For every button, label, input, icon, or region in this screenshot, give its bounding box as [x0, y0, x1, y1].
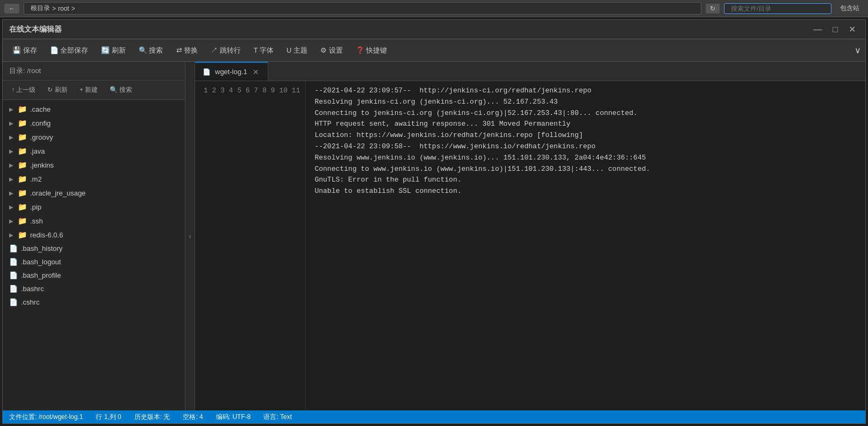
sidebar: 目录: /root ↑ 上一级 ↻ 刷新 + 新建 🔍 搜索 ▶ 📁 .cach… [3, 62, 185, 410]
sidebar-file-item[interactable]: 📄 .bash_history [3, 242, 185, 255]
status-filepath: 文件位置: /root/wget-log.1 [9, 413, 83, 422]
goto-button[interactable]: ↗ 跳转行 [205, 44, 246, 57]
toolbar: 💾 保存 📄 全部保存 🔄 刷新 🔍 搜索 ⇄ 替换 ↗ 跳转行 T 字体 U … [3, 39, 865, 62]
file-name: .bash_logout [21, 258, 61, 266]
sidebar-file-item[interactable]: 📄 .cshrc [3, 295, 185, 309]
sidebar-file-item[interactable]: 📄 .bash_profile [3, 269, 185, 282]
chevron-right-icon: ▶ [9, 162, 13, 168]
sidebar-folder-item[interactable]: ▶ 📁 .cache [3, 102, 185, 116]
folder-name: .m2 [30, 175, 42, 183]
sidebar-up-button[interactable]: ↑ 上一级 [7, 84, 40, 96]
file-icon: 📄 [9, 271, 18, 279]
close-button[interactable]: ✕ [845, 23, 859, 35]
folder-icon: 📁 [18, 161, 27, 169]
file-icon: 📄 [9, 298, 18, 306]
code-container: 1 2 3 4 5 6 7 8 9 10 11 --2021-04-22 23:… [195, 81, 865, 410]
folder-name: .groovy [30, 133, 53, 141]
sidebar-folder-item[interactable]: ▶ 📁 .ssh [3, 214, 185, 228]
tab-close-button[interactable]: ✕ [252, 68, 260, 76]
sidebar-search-button[interactable]: 🔍 搜索 [105, 84, 137, 96]
sidebar-folder-item[interactable]: ▶ 📁 .groovy [3, 130, 185, 144]
breadcrumb-sep2: > [71, 5, 75, 12]
folder-name: redis-6.0.6 [30, 231, 63, 239]
folder-icon: 📁 [18, 133, 27, 141]
folder-name: .ssh [30, 217, 43, 225]
sidebar-folder-item[interactable]: ▶ 📁 .java [3, 144, 185, 158]
editor-title: 在线文本编辑器 [9, 25, 62, 34]
search-button[interactable]: 🔍 搜索 [133, 44, 169, 57]
folder-icon: 📁 [18, 147, 27, 155]
sidebar-folder-item[interactable]: ▶ 📁 .jenkins [3, 158, 185, 172]
window-controls: — □ ✕ [810, 23, 859, 35]
folder-icon: 📁 [18, 105, 27, 113]
chevron-right-icon: ▶ [9, 148, 13, 154]
toolbar-dropdown-icon[interactable]: ∨ [855, 45, 861, 55]
refresh-button[interactable]: 🔄 刷新 [96, 44, 131, 57]
minimize-button[interactable]: — [810, 23, 825, 35]
folder-name: .java [30, 147, 45, 155]
folder-icon: 📁 [18, 203, 27, 211]
title-bar: 在线文本编辑器 — □ ✕ [3, 20, 865, 39]
tabs-bar: 📄 wget-log.1 ✕ [195, 62, 865, 81]
chevron-right-icon: ▶ [9, 120, 13, 126]
sidebar-folder-item[interactable]: ▶ 📁 redis-6.0.6 [3, 228, 185, 242]
line-numbers: 1 2 3 4 5 6 7 8 9 10 11 [195, 81, 306, 410]
shortcuts-button[interactable]: ❓ 快捷键 [350, 44, 393, 57]
sidebar-folder-item[interactable]: ▶ 📁 .config [3, 116, 185, 130]
status-rowcol: 行 1,列 0 [96, 413, 121, 422]
back-button[interactable]: ← [4, 4, 19, 13]
status-encoding: 编码: UTF-8 [216, 413, 251, 422]
chevron-right-icon: ▶ [9, 176, 13, 182]
maximize-button[interactable]: □ [829, 23, 841, 35]
folder-icon: 📁 [18, 189, 27, 197]
chevron-right-icon: ▶ [9, 190, 13, 196]
editor-window: 在线文本编辑器 — □ ✕ 💾 保存 📄 全部保存 🔄 刷新 🔍 搜索 ⇄ 替换… [2, 19, 866, 424]
file-name: .bash_profile [21, 271, 61, 279]
folder-icon: 📁 [18, 119, 27, 127]
settings-button[interactable]: ⚙ 设置 [315, 44, 348, 57]
chevron-right-icon: ▶ [9, 106, 13, 112]
save-all-button[interactable]: 📄 全部保存 [45, 44, 94, 57]
code-content[interactable]: --2021-04-22 23:09:57-- http://jenkins-c… [306, 81, 865, 410]
collapse-toggle[interactable]: ‹ [185, 62, 195, 410]
main-content: 目录: /root ↑ 上一级 ↻ 刷新 + 新建 🔍 搜索 ▶ 📁 .cach… [3, 62, 865, 410]
file-icon: 📄 [9, 258, 18, 266]
tab-label: wget-log.1 [215, 68, 247, 76]
sidebar-new-button[interactable]: + 新建 [75, 84, 102, 96]
file-icon: 📄 [9, 285, 18, 293]
folder-name: .oracle_jre_usage [30, 189, 85, 197]
sidebar-refresh-button[interactable]: ↻ 刷新 [43, 84, 71, 96]
folder-icon: 📁 [18, 216, 27, 225]
sidebar-folder-item[interactable]: ▶ 📁 .oracle_jre_usage [3, 186, 185, 200]
chevron-right-icon: ▶ [9, 134, 13, 140]
file-icon: 📄 [9, 244, 18, 252]
status-bar: 文件位置: /root/wget-log.1 行 1,列 0 历史版本: 无 空… [3, 410, 865, 423]
folder-icon: 📁 [18, 175, 27, 183]
sidebar-file-item[interactable]: 📄 .bash_logout [3, 255, 185, 269]
folder-icon: 📁 [18, 230, 27, 239]
folder-name: .config [30, 119, 51, 127]
sidebar-folder-item[interactable]: ▶ 📁 .pip [3, 200, 185, 214]
folder-name: .jenkins [30, 161, 54, 169]
search-input[interactable] [724, 3, 831, 14]
editor-area: 📄 wget-log.1 ✕ 1 2 3 4 5 6 7 8 9 10 11 -… [195, 62, 865, 410]
sidebar-file-item[interactable]: 📄 .bashrc [3, 282, 185, 295]
reload-button[interactable]: ↻ [706, 4, 720, 13]
chevron-right-icon: ▶ [9, 232, 13, 238]
font-button[interactable]: T 字体 [248, 44, 279, 57]
sidebar-folder-item[interactable]: ▶ 📁 .m2 [3, 172, 185, 186]
topbar-right-label: 包含站 [836, 3, 864, 14]
breadcrumb-sep1: > [52, 5, 56, 12]
tab-wget-log[interactable]: 📄 wget-log.1 ✕ [195, 62, 268, 81]
replace-button[interactable]: ⇄ 替换 [171, 44, 204, 57]
file-name: .bashrc [21, 285, 44, 293]
chevron-right-icon: ▶ [9, 204, 13, 210]
tab-file-icon: 📄 [203, 68, 211, 76]
file-tree: ▶ 📁 .cache ▶ 📁 .config ▶ 📁 .groovy ▶ 📁 .… [3, 100, 185, 410]
file-name: .cshrc [21, 298, 40, 306]
status-lang: 语言: Text [263, 413, 292, 422]
breadcrumb-root: 根目录 [31, 4, 50, 13]
save-button[interactable]: 💾 保存 [7, 44, 42, 57]
sidebar-header: 目录: /root [3, 62, 185, 81]
theme-button[interactable]: U 主题 [281, 44, 313, 57]
